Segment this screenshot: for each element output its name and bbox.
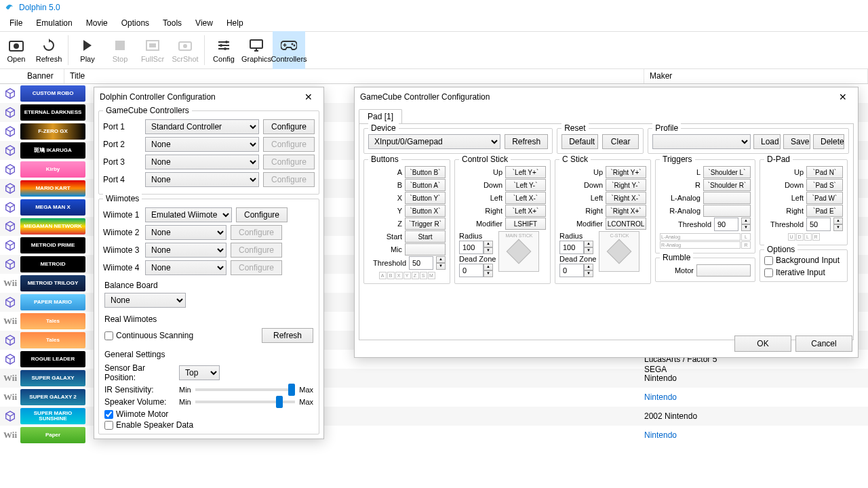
bind-button[interactable]: `Pad N` <box>806 166 843 178</box>
bind-button[interactable]: `Right X+` <box>606 205 646 217</box>
game-banner: MARIO KART <box>20 180 85 197</box>
bind-button[interactable]: `Left X+` <box>505 205 546 217</box>
cancel-button[interactable]: Cancel <box>795 336 852 352</box>
bind-button[interactable]: `Right Y-` <box>606 179 646 191</box>
iterative-input-checkbox[interactable]: Iterative Input <box>764 268 843 277</box>
col-title[interactable]: Title <box>64 69 644 83</box>
profile-select[interactable] <box>652 134 751 149</box>
cs-deadzone[interactable] <box>459 264 484 277</box>
play-icon <box>79 37 96 54</box>
refresh-wiimotes-button[interactable]: Refresh <box>262 328 313 343</box>
bind-button[interactable]: `Pad E` <box>806 205 843 217</box>
tab-pad1[interactable]: Pad [1] <box>359 109 402 123</box>
bind-button[interactable]: `Shoulder R` <box>703 179 751 191</box>
port-select[interactable]: Standard Controller <box>145 119 259 134</box>
continuous-scanning-checkbox[interactable]: Continuous Scanning <box>104 331 193 340</box>
clear-button[interactable]: Clear <box>602 134 639 149</box>
port-select[interactable]: None <box>145 172 259 187</box>
enable-speaker-checkbox[interactable]: Enable Speaker Data <box>104 420 313 430</box>
wii-icon: Wii <box>0 373 20 384</box>
wiimote-label: Wiimote 2 <box>103 228 141 237</box>
speaker-slider[interactable] <box>195 401 295 403</box>
cs-radius[interactable] <box>459 241 484 254</box>
tb-controllers[interactable]: Controllers <box>273 31 305 69</box>
bind-button[interactable]: `Left Y+` <box>505 166 546 178</box>
balance-board-select[interactable]: None <box>104 293 186 308</box>
bind-button[interactable]: Start <box>405 230 446 243</box>
gamecube-icon <box>0 87 20 100</box>
col-banner[interactable]: Banner <box>0 69 64 83</box>
gamecube-icon <box>0 353 20 365</box>
bind-button[interactable]: `Pad S` <box>806 179 843 191</box>
bind-button[interactable]: `Button A` <box>405 179 446 191</box>
wiimote-configure-button[interactable]: Configure <box>236 207 288 222</box>
gamecube-icon <box>0 106 20 119</box>
bind-button[interactable]: LCONTROL <box>606 218 646 230</box>
bind-button[interactable]: `Right X-` <box>606 192 646 204</box>
tb-graphics[interactable]: Graphics <box>240 31 273 69</box>
delete-button[interactable]: Delete <box>813 134 844 149</box>
menu-movie[interactable]: Movie <box>79 16 115 30</box>
background-input-checkbox[interactable]: Background Input <box>764 256 843 265</box>
cstick-deadzone[interactable] <box>559 264 584 277</box>
port-select[interactable]: None <box>145 155 259 169</box>
load-button[interactable]: Load <box>753 134 781 149</box>
svg-rect-13 <box>250 40 262 48</box>
wiimote-select[interactable]: None <box>145 243 226 258</box>
menu-view[interactable]: View <box>189 16 220 30</box>
bind-button[interactable]: `Pad W` <box>806 192 843 204</box>
default-button[interactable]: Default <box>561 134 598 149</box>
dpad-threshold[interactable] <box>806 218 831 231</box>
bind-button[interactable] <box>405 243 446 256</box>
col-maker[interactable]: Maker <box>644 69 868 83</box>
wiimotes-title: Wiimotes <box>103 194 142 203</box>
cstick-radius[interactable] <box>559 241 584 254</box>
port-select[interactable]: None <box>145 137 259 152</box>
bind-button[interactable]: `Button B` <box>405 166 446 178</box>
motor-bind[interactable] <box>696 264 751 277</box>
trigger-threshold[interactable] <box>714 218 738 231</box>
bind-button[interactable]: `Left Y-` <box>505 179 546 191</box>
buttons-threshold[interactable] <box>409 256 433 270</box>
bind-button[interactable]: `Left X-` <box>505 192 546 204</box>
bind-label: Down <box>785 181 804 189</box>
bind-button[interactable]: `Shoulder L` <box>703 166 751 178</box>
menu-options[interactable]: Options <box>115 16 156 30</box>
tb-play[interactable]: Play <box>71 31 104 69</box>
tb-open[interactable]: Open <box>0 31 33 69</box>
device-select[interactable]: XInput/0/Gamepad <box>368 134 500 149</box>
bind-button[interactable]: `Right Y+` <box>606 166 646 178</box>
wiimote-select[interactable]: Emulated Wiimote <box>145 207 232 222</box>
game-banner: Tales <box>20 313 85 329</box>
menu-help[interactable]: Help <box>220 16 250 30</box>
bind-label: Left <box>591 194 603 202</box>
wiimote-configure-button: Configure <box>231 243 282 258</box>
wii-icon: Wii <box>0 316 20 327</box>
bind-label: R <box>695 181 701 189</box>
wiimote-motor-checkbox[interactable]: Wiimote Motor <box>104 409 313 419</box>
sensor-bar-select[interactable]: Top <box>179 365 220 380</box>
controlstick-title: Control Stick <box>459 155 511 164</box>
general-settings-label: General Settings <box>104 350 313 359</box>
menu-file[interactable]: File <box>3 16 29 30</box>
close-icon[interactable]: ✕ <box>299 87 318 106</box>
ir-slider[interactable] <box>195 388 295 391</box>
tb-config[interactable]: Config <box>208 31 240 69</box>
bind-button[interactable] <box>703 205 751 217</box>
wiimote-select[interactable]: None <box>145 225 226 240</box>
bind-label: A <box>397 168 402 176</box>
port-configure-button[interactable]: Configure <box>263 119 315 134</box>
close-icon[interactable]: ✕ <box>833 87 852 106</box>
bind-button[interactable]: `Button Y` <box>405 192 446 204</box>
menu-emulation[interactable]: Emulation <box>29 16 79 30</box>
bind-button[interactable]: LSHIFT <box>505 218 546 230</box>
save-button[interactable]: Save <box>783 134 810 149</box>
bind-button[interactable]: `Button X` <box>405 205 446 217</box>
device-refresh-button[interactable]: Refresh <box>505 134 548 149</box>
wiimote-select[interactable]: None <box>145 260 226 275</box>
menu-tools[interactable]: Tools <box>156 16 189 30</box>
tb-refresh[interactable]: Refresh <box>33 31 65 69</box>
bind-button[interactable] <box>703 192 751 204</box>
ok-button[interactable]: OK <box>734 336 791 352</box>
bind-button[interactable]: `Trigger R` <box>405 218 446 230</box>
